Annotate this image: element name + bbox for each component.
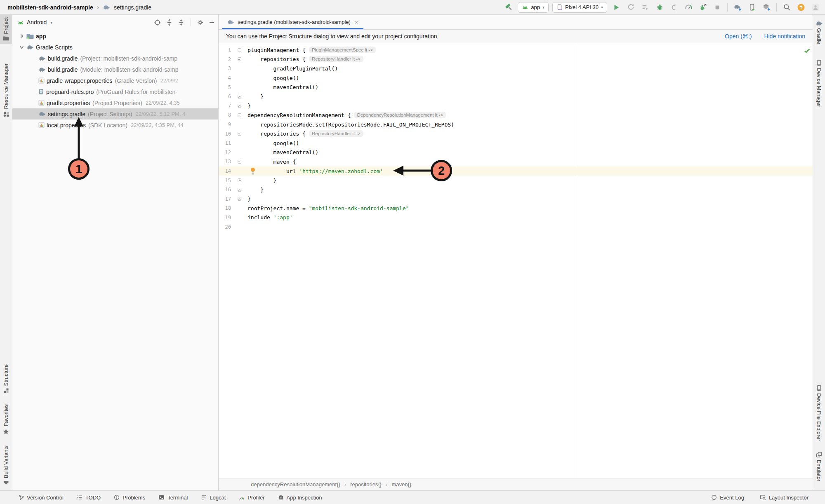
code-line-18[interactable]: 18rootProject.name = "mobilisten-sdk-and… [219,204,813,213]
gear-icon[interactable] [197,19,204,26]
tool-stripe-favorites[interactable]: Favorites [0,402,12,437]
attach-debugger-button[interactable] [669,2,679,13]
editor-area: settings.gradle (mobilisten-sdk-android-… [219,15,813,490]
fold-marker-icon[interactable] [238,57,241,61]
statusbar-version-control[interactable]: Version Control [19,495,64,501]
tree-item-settings-gradle[interactable]: settings.gradle(Project Settings)22/09/2… [12,108,218,120]
code-line-14[interactable]: 14 url 'https://maven.zohodl.com' [219,166,813,176]
tree-item-proguard-rules-pro[interactable]: proguard-rules.pro(ProGuard Rules for mo… [12,86,218,97]
tree-item-gradle-scripts[interactable]: Gradle Scripts [12,42,218,53]
code-line-12[interactable]: 12 mavenCentral() [219,148,813,157]
search-everywhere-icon[interactable] [781,2,792,13]
chevron-down-icon[interactable]: ▾ [50,20,52,25]
fold-marker-icon[interactable] [238,132,241,136]
intention-bulb-icon[interactable] [250,167,256,176]
run-button[interactable] [611,2,622,13]
code-line-19[interactable]: 19include ':app' [219,213,813,223]
tool-stripe-project[interactable]: Project [0,15,12,44]
code-line-5[interactable]: 5 mavenCentral() [219,82,813,92]
sdk-manager-button[interactable] [761,2,772,13]
locate-file-icon[interactable] [154,19,161,26]
device-select[interactable]: Pixel 4 API 30 ▾ [552,2,607,13]
tool-stripe-device-file-explorer[interactable]: Device File Explorer [813,382,825,443]
code-line-2[interactable]: 2 repositories {RepositoryHandler it -> [219,55,813,64]
tab-settings-gradle[interactable]: settings.gradle (mobilisten-sdk-android-… [222,15,363,29]
close-icon[interactable]: × [355,19,358,26]
code-line-11[interactable]: 11 google() [219,138,813,148]
editor-breadcrumb-dependencyresolutionmanagement[interactable]: dependencyResolutionManagement{} [251,481,340,488]
tree-item-app[interactable]: app [12,30,218,42]
fold-marker-icon[interactable] [238,197,241,201]
avatar[interactable] [810,2,821,13]
expand-all-icon[interactable] [166,19,173,26]
statusbar-app-inspection[interactable]: App Inspection [278,495,322,501]
breadcrumb-file[interactable]: settings.gradle [114,4,151,11]
fold-marker-icon[interactable] [238,48,241,52]
debug-button[interactable] [654,2,665,13]
tool-stripe-gradle[interactable]: Gradle [813,18,825,47]
code-line-15[interactable]: 15 } [219,176,813,185]
run-config-select[interactable]: app ▾ [518,2,549,13]
fold-marker-icon[interactable] [238,104,241,108]
code-editor[interactable]: 1pluginManagement {PluginManagementSpec … [219,43,813,478]
open-project-structure-link[interactable]: Open (⌘;) [725,33,752,40]
code-line-6[interactable]: 6 } [219,92,813,101]
breadcrumb-project[interactable]: mobilisten-sdk-android-sample [7,4,93,11]
hide-notification-link[interactable]: Hide notification [764,33,805,40]
tool-stripe-resource-manager[interactable]: Resource Manager [0,61,12,120]
fold-marker-icon[interactable] [238,188,241,192]
statusbar-event-log[interactable]: Event Log [711,495,744,501]
build-hammer-icon[interactable] [503,2,514,13]
project-view-selector[interactable]: Android [27,19,47,26]
gradle-elephant-icon [103,5,110,10]
tree-item-build-gradle[interactable]: build.gradle(Project: mobilisten-sdk-and… [12,53,218,64]
apply-code-changes-button[interactable] [640,2,651,13]
fold-marker-icon[interactable] [238,95,241,98]
stop-button[interactable] [712,2,723,13]
code-segment: } [248,94,264,100]
code-line-7[interactable]: 7} [219,101,813,111]
hide-panel-icon[interactable] [209,19,215,26]
tree-item-gradle-properties[interactable]: gradle.properties(Project Properties)22/… [12,97,218,108]
sync-gradle-button[interactable] [732,2,743,13]
profile-low-overhead-button[interactable] [698,2,708,13]
collapse-all-icon[interactable] [178,19,185,26]
update-available-icon[interactable] [796,2,806,13]
device-manager-button[interactable] [747,2,757,13]
tree-item-build-gradle[interactable]: build.gradle(Module: mobilisten-sdk-andr… [12,64,218,75]
tool-stripe-structure[interactable]: Structure [0,362,12,396]
code-line-16[interactable]: 16 } [219,185,813,195]
chevron-down-icon[interactable] [16,45,26,49]
tree-item-gradle-wrapper-properties[interactable]: gradle-wrapper.properties(Gradle Version… [12,75,218,86]
profiler-button[interactable] [683,2,694,13]
code-line-17[interactable]: 17} [219,195,813,204]
editor-breadcrumb-repositories[interactable]: repositories{} [350,481,382,488]
fold-marker-icon[interactable] [238,160,241,164]
statusbar-profiler[interactable]: Profiler [239,495,264,501]
properties-file-icon [38,100,45,106]
fold-marker-icon[interactable] [238,113,241,117]
code-line-4[interactable]: 4 google() [219,73,813,83]
tool-stripe-device-manager[interactable]: Device Manager [813,57,825,110]
chevron-right-icon[interactable] [16,34,26,38]
statusbar-logcat[interactable]: Logcat [201,495,226,501]
code-line-10[interactable]: 10 repositories {RepositoryHandler it -> [219,129,813,138]
code-line-1[interactable]: 1pluginManagement {PluginManagementSpec … [219,45,813,55]
code-line-3[interactable]: 3 gradlePluginPortal() [219,64,813,73]
code-line-20[interactable]: 20 [219,222,813,232]
code-line-8[interactable]: 8dependencyResolutionManagement {Depende… [219,110,813,120]
statusbar-todo[interactable]: TODO [77,495,101,501]
tool-stripe-emulator[interactable]: Emulator [813,449,825,484]
code-line-9[interactable]: 9 repositoriesMode.set(RepositoriesMode.… [219,120,813,129]
apply-changes-restart-button[interactable] [625,2,636,13]
tool-stripe-build-variants[interactable]: Build Variants [0,443,12,488]
statusbar-problems[interactable]: Problems [114,495,145,501]
tree-item-local-properties[interactable]: local.properties(SDK Location)22/09/22, … [12,120,218,131]
statusbar-layout-inspector[interactable]: Layout Inspector [760,495,808,501]
statusbar-terminal[interactable]: Terminal [158,495,188,501]
annotation-circle-1: 1 [68,158,90,180]
fold-marker-icon[interactable] [238,178,241,182]
breadcrumb: mobilisten-sdk-android-sample › settings… [7,4,151,11]
editor-breadcrumb-maven[interactable]: maven{} [391,481,411,488]
code-line-13[interactable]: 13 maven { [219,157,813,166]
